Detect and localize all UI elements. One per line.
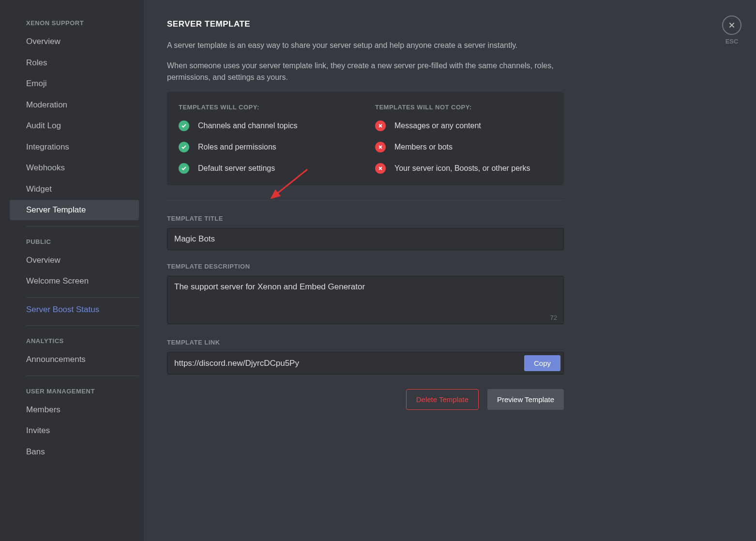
info-row-nocopy: Messages or any content	[375, 120, 552, 131]
info-col-copy: TEMPLATES WILL COPY: Channels and channe…	[179, 104, 356, 174]
page-description-1: A server template is an easy way to shar…	[167, 40, 564, 51]
template-title-label: TEMPLATE TITLE	[167, 215, 564, 222]
sidebar-item-webhooks[interactable]: Webhooks	[10, 158, 139, 178]
info-text: Members or bots	[394, 143, 453, 151]
info-header-nocopy: TEMPLATES WILL NOT COPY:	[375, 104, 552, 111]
sidebar-header-user-management: USER MANAGEMENT	[10, 378, 144, 399]
sidebar-divider	[26, 226, 139, 226]
info-row-nocopy: Members or bots	[375, 142, 552, 152]
preview-template-button[interactable]: Preview Template	[487, 389, 564, 410]
cross-icon	[375, 142, 386, 152]
sidebar-item-welcome-screen[interactable]: Welcome Screen	[10, 271, 139, 291]
template-title-input[interactable]	[167, 228, 564, 250]
main-content: ESC SERVER TEMPLATE A server template is…	[144, 0, 756, 541]
button-row: Delete Template Preview Template	[167, 389, 564, 410]
settings-sidebar: XENON SUPPORT Overview Roles Emoji Moder…	[0, 0, 144, 541]
info-row-copy: Channels and channel topics	[179, 120, 356, 131]
divider	[167, 200, 564, 200]
sidebar-item-bans[interactable]: Bans	[10, 442, 139, 462]
sidebar-header-xenon-support: XENON SUPPORT	[10, 10, 144, 30]
sidebar-divider	[26, 297, 139, 298]
cross-icon	[375, 163, 386, 174]
info-text: Default server settings	[198, 164, 275, 173]
sidebar-item-public-overview[interactable]: Overview	[10, 250, 139, 270]
info-col-nocopy: TEMPLATES WILL NOT COPY: Messages or any…	[375, 104, 552, 174]
char-count: 72	[550, 314, 557, 321]
esc-label: ESC	[722, 38, 741, 45]
delete-template-button[interactable]: Delete Template	[406, 389, 479, 410]
info-row-copy: Default server settings	[179, 163, 356, 174]
info-text: Channels and channel topics	[198, 121, 297, 130]
sidebar-item-widget[interactable]: Widget	[10, 179, 139, 199]
info-header-copy: TEMPLATES WILL COPY:	[179, 104, 356, 111]
template-link-label: TEMPLATE LINK	[167, 339, 564, 346]
page-title: SERVER TEMPLATE	[167, 19, 564, 29]
close-area: ESC	[722, 15, 741, 45]
sidebar-item-boost-status[interactable]: Server Boost Status	[10, 300, 139, 320]
info-row-nocopy: Your server icon, Boosts, or other perks	[375, 163, 552, 174]
sidebar-divider	[26, 376, 139, 376]
sidebar-item-announcements[interactable]: Announcements	[10, 349, 139, 370]
close-icon	[727, 21, 736, 30]
info-row-copy: Roles and permissions	[179, 142, 356, 152]
sidebar-item-moderation[interactable]: Moderation	[10, 95, 139, 115]
cross-icon	[375, 120, 386, 131]
sidebar-item-integrations[interactable]: Integrations	[10, 137, 139, 157]
template-link-input[interactable]	[174, 359, 524, 368]
check-icon	[179, 163, 189, 174]
template-link-row: Copy	[167, 352, 564, 375]
info-text: Roles and permissions	[198, 143, 276, 151]
close-button[interactable]	[722, 15, 741, 35]
sidebar-divider	[26, 325, 139, 326]
sidebar-item-invites[interactable]: Invites	[10, 421, 139, 441]
info-text: Messages or any content	[394, 121, 481, 130]
template-description-label: TEMPLATE DESCRIPTION	[167, 263, 564, 270]
template-info-box: TEMPLATES WILL COPY: Channels and channe…	[167, 92, 564, 185]
sidebar-item-overview[interactable]: Overview	[10, 31, 139, 52]
sidebar-item-roles[interactable]: Roles	[10, 53, 139, 73]
sidebar-item-audit-log[interactable]: Audit Log	[10, 116, 139, 136]
sidebar-item-members[interactable]: Members	[10, 400, 139, 420]
sidebar-item-server-template[interactable]: Server Template	[10, 200, 139, 220]
info-text: Your server icon, Boosts, or other perks	[394, 164, 530, 173]
sidebar-header-analytics: ANALYTICS	[10, 328, 144, 348]
check-icon	[179, 142, 189, 152]
template-description-input[interactable]	[167, 276, 564, 324]
page-description-2: When someone uses your server template l…	[167, 60, 564, 83]
sidebar-header-public: PUBLIC	[10, 228, 144, 249]
sidebar-item-emoji[interactable]: Emoji	[10, 74, 139, 94]
check-icon	[179, 120, 189, 131]
copy-button[interactable]: Copy	[524, 355, 560, 371]
